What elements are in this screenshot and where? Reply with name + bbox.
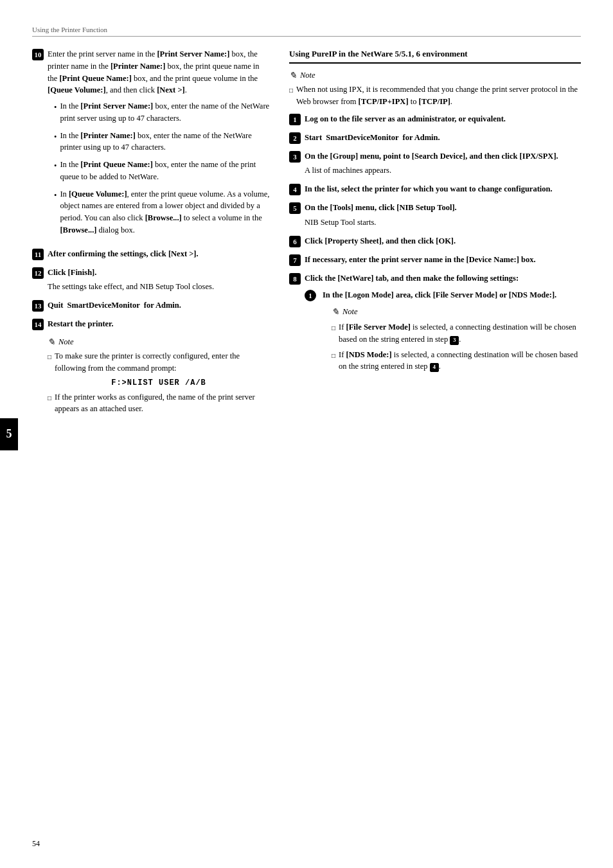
step-14-content: Restart the printer. xyxy=(48,318,114,330)
right-column: Using PureIP in the NetWare 5/5.1, 6 env… xyxy=(289,48,581,420)
sub-step-1: 1 In the [Logon Mode] area, click [File … xyxy=(305,289,581,378)
step-13-block: 13 Quit SmartDeviceMonitor for Admin. xyxy=(32,299,270,312)
step-11-content: After confirming the settings, click [Ne… xyxy=(48,248,199,260)
step-11-block: 11 After confirming the settings, click … xyxy=(32,248,270,260)
bullet-dot-1: • xyxy=(54,102,57,125)
r-step-5-content: On the [Tools] menu, click [NIB Setup To… xyxy=(305,202,457,229)
r-step-2-text: Start SmartDeviceMonitor for Admin. xyxy=(305,133,440,142)
r-step-7-number: 7 xyxy=(289,254,301,266)
r-step-3-block: 3 On the [Group] menu, point to [Search … xyxy=(289,150,581,177)
r-step-3-content: On the [Group] menu, point to [Search De… xyxy=(305,150,558,177)
step-14-text: Restart the printer. xyxy=(48,319,114,328)
right-note-header: ✎ Note xyxy=(289,70,581,81)
step-ref-3: 3 xyxy=(450,336,459,345)
sub-note-text-1: If [File Server Mode] is selected, a con… xyxy=(339,321,581,346)
r-step-7-content: If necessary, enter the print server nam… xyxy=(305,254,536,266)
step-12-block: 12 Click [Finish]. The settings take eff… xyxy=(32,267,270,294)
right-note-item: □ When not using IPX, it is recommended … xyxy=(289,84,581,108)
left-note-text-1: To make sure the printer is correctly co… xyxy=(55,350,270,375)
step-13-content: Quit SmartDeviceMonitor for Admin. xyxy=(48,299,181,312)
left-note-item-1: □ To make sure the printer is correctly … xyxy=(48,350,270,375)
r-step-5-subtext: NIB Setup Tool starts. xyxy=(305,217,457,229)
r-step-5-number: 5 xyxy=(289,202,301,214)
r-step-6-number: 6 xyxy=(289,236,301,247)
step-14-number: 14 xyxy=(32,319,44,330)
step-14-block: 14 Restart the printer. xyxy=(32,318,270,330)
r-step-4-content: In the list, select the printer for whic… xyxy=(305,183,553,195)
step-11-number: 11 xyxy=(32,249,44,260)
left-column: 10 Enter the print server name in the [P… xyxy=(32,48,270,420)
bullet-dot-3: • xyxy=(54,160,57,183)
step-12-subtext: The settings take effect, and NIB Setup … xyxy=(48,281,214,293)
r-step-8-text: Click the [NetWare] tab, and then make t… xyxy=(305,274,519,283)
r-step-6-content: Click [Property Sheet], and then click [… xyxy=(305,235,456,247)
r-step-1-text: Log on to the file server as an administ… xyxy=(305,114,506,123)
right-checkbox-sym: □ xyxy=(289,85,293,108)
step-ref-4: 4 xyxy=(430,363,439,372)
code-block: F:>NLIST USER /A/B xyxy=(48,378,270,387)
step-10-block: 10 Enter the print server name in the [P… xyxy=(32,48,270,242)
sub-note-label: Note xyxy=(342,306,358,318)
step-12-content: Click [Finish]. The settings take effect… xyxy=(48,267,214,294)
r-step-1-block: 1 Log on to the file server as an admini… xyxy=(289,113,581,125)
step-12-text: Click [Finish]. xyxy=(48,268,96,277)
left-note-section: ✎ Note □ To make sure the printer is cor… xyxy=(48,337,270,415)
step-10-text: Enter the print server name in the [Prin… xyxy=(48,49,260,94)
r-step-4-block: 4 In the list, select the printer for wh… xyxy=(289,183,581,195)
step-13-number: 13 xyxy=(32,300,44,312)
sub-note-item-2: □ If [NDS Mode:] is selected, a connecti… xyxy=(332,349,581,373)
r-step-6-block: 6 Click [Property Sheet], and then click… xyxy=(289,235,581,247)
r-step-7-text: If necessary, enter the print server nam… xyxy=(305,255,536,264)
bullet-2-text: In the [Printer Name:] box, enter the na… xyxy=(60,130,270,154)
bullet-1-text: In the [Print Server Name:] box, enter t… xyxy=(60,100,270,125)
sub-note-header: ✎ Note xyxy=(332,305,581,319)
r-step-7-block: 7 If necessary, enter the print server n… xyxy=(289,254,581,266)
right-note-text: When not using IPX, it is recommended th… xyxy=(296,84,581,108)
bullet-4-text: In [Queue Volume:], enter the print queu… xyxy=(60,188,270,236)
bullet-2: •In the [Printer Name:] box, enter the n… xyxy=(54,130,270,154)
step-10-content: Enter the print server name in the [Prin… xyxy=(48,48,270,242)
step-10-bullets: •In the [Print Server Name:] box, enter … xyxy=(54,100,270,236)
checkbox-sym-2: □ xyxy=(48,393,51,416)
page-number: 54 xyxy=(32,839,40,849)
step-11-text: After confirming the settings, click [Ne… xyxy=(48,249,199,258)
r-step-2-number: 2 xyxy=(289,132,301,144)
r-step-1-number: 1 xyxy=(289,114,301,125)
bullet-3: •In the [Print Queue Name:] box, enter t… xyxy=(54,159,270,183)
sub-checkbox-2: □ xyxy=(332,351,335,373)
sub-checkbox-1: □ xyxy=(332,323,335,346)
r-step-8-content: Click the [NetWare] tab, and then make t… xyxy=(305,272,581,382)
left-note-header: ✎ Note xyxy=(48,337,270,348)
bullet-4: •In [Queue Volume:], enter the print que… xyxy=(54,188,270,236)
r-step-8-block: 8 Click the [NetWare] tab, and then make… xyxy=(289,272,581,382)
r-step-4-number: 4 xyxy=(289,184,301,195)
note-icon: ✎ xyxy=(48,337,55,348)
checkbox-sym-1: □ xyxy=(48,352,51,375)
step-10-number: 10 xyxy=(32,49,44,60)
step-13-text: Quit SmartDeviceMonitor for Admin. xyxy=(48,301,181,310)
bullet-1: •In the [Print Server Name:] box, enter … xyxy=(54,100,270,125)
r-step-8-number: 8 xyxy=(289,273,301,285)
sub-note-text-2: If [NDS Mode:] is selected, a connecting… xyxy=(339,349,581,373)
left-note-text-2: If the printer works as configured, the … xyxy=(55,391,270,416)
sub-step-1-number: 1 xyxy=(305,290,316,301)
r-step-3-text: On the [Group] menu, point to [Search De… xyxy=(305,152,558,161)
sub-note-icon: ✎ xyxy=(332,305,339,319)
page-header: Using the Printer Function xyxy=(32,26,581,37)
step-12-number: 12 xyxy=(32,267,44,279)
main-content: 10 Enter the print server name in the [P… xyxy=(32,48,581,420)
left-note-label: Note xyxy=(58,337,74,347)
r-step-3-subtext: A list of machines appears. xyxy=(305,164,558,177)
left-note-item-2: □ If the printer works as configured, th… xyxy=(48,391,270,416)
r-step-2-block: 2 Start SmartDeviceMonitor for Admin. xyxy=(289,132,581,144)
sub-step-1-text: In the [Logon Mode] area, click [File Se… xyxy=(323,290,556,299)
bullet-3-text: In the [Print Queue Name:] box, enter th… xyxy=(60,159,270,183)
r-step-5-text: On the [Tools] menu, click [NIB Setup To… xyxy=(305,203,457,212)
chapter-tab: 5 xyxy=(0,418,18,450)
right-note-icon: ✎ xyxy=(289,70,297,81)
r-step-2-content: Start SmartDeviceMonitor for Admin. xyxy=(305,132,440,144)
r-step-4-text: In the list, select the printer for whic… xyxy=(305,184,553,193)
bullet-dot-4: • xyxy=(54,190,57,236)
sub-note-item-1: □ If [File Server Mode] is selected, a c… xyxy=(332,321,581,346)
right-note-label: Note xyxy=(300,71,315,80)
